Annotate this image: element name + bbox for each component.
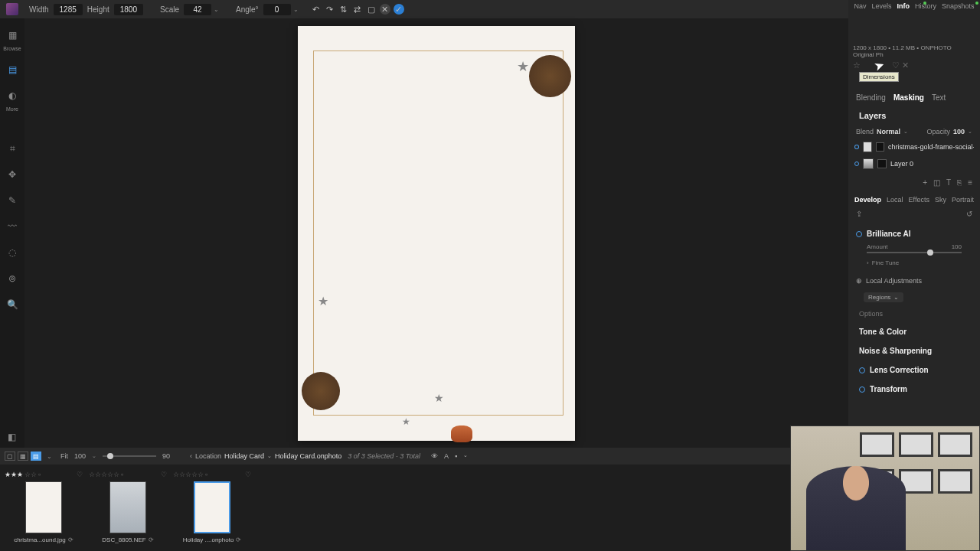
filmstrip-view-icon[interactable]: ▤	[31, 452, 41, 461]
star-rating-icon[interactable]: ☆	[853, 60, 861, 70]
zoom-value[interactable]: 100	[74, 452, 86, 460]
label-box-icon[interactable]: ▫	[121, 471, 123, 478]
scale-dropdown[interactable]: 42 ⌄	[184, 4, 219, 15]
clone-tool-icon[interactable]: ◌	[5, 245, 20, 260]
merge-layer-icon[interactable]: ◫	[933, 178, 940, 187]
width-input[interactable]: 1285	[54, 4, 83, 15]
filmstrip-item[interactable]: ☆☆☆☆☆ ▫ ♡ Holiday ....onphoto⟳	[172, 469, 253, 546]
sync-icon[interactable]: ⟳	[149, 536, 154, 543]
toggle-ring-icon[interactable]	[859, 386, 865, 393]
filmstrip-item[interactable]: ★★★☆☆ ▫ ♡ christma...ound.jpg⟳	[3, 469, 84, 546]
section-noise-sharpening[interactable]: Noise & Sharpening	[848, 341, 980, 360]
section-transform[interactable]: Transform	[848, 380, 980, 399]
add-icon[interactable]: ⊕	[856, 277, 862, 285]
fit-canvas-icon[interactable]: ▢	[366, 4, 377, 15]
layer-visibility-icon[interactable]	[854, 145, 859, 149]
fit-button[interactable]: Fit	[60, 452, 68, 460]
tab-effects[interactable]: Effects	[909, 196, 929, 204]
heart-icon[interactable]: ♡	[245, 471, 251, 478]
layers-tool-icon[interactable]: ▤	[5, 62, 20, 77]
preset-export-icon[interactable]: ⇪	[856, 210, 862, 218]
pen-tool-icon[interactable]: 〰	[5, 219, 20, 234]
layer-mask-icon[interactable]	[877, 159, 887, 168]
zoom-tool-icon[interactable]: 🔍	[5, 297, 20, 312]
section-tone-color[interactable]: Tone & Color	[848, 322, 980, 341]
color-palette-icon[interactable]: ◧	[5, 430, 18, 444]
rotate-right-icon[interactable]: ↷	[325, 4, 335, 15]
layer-row[interactable]: christmas-gold-frame-social-me	[848, 139, 980, 155]
chevron-down-icon[interactable]: ⌄	[44, 452, 54, 461]
location-folder[interactable]: Holiday Card	[224, 452, 264, 460]
toggle-ring-icon[interactable]	[859, 367, 865, 373]
star-icon[interactable]: ☆☆	[24, 471, 37, 478]
duplicate-layer-icon[interactable]: ⎘	[957, 178, 962, 187]
layer-row[interactable]: Layer 0	[848, 155, 980, 172]
thumbnail[interactable]	[109, 481, 146, 533]
tab-text[interactable]: Text	[932, 93, 946, 102]
regions-dropdown[interactable]: Regions ⌄	[864, 292, 903, 302]
canvas-area[interactable]: ★ ★ ★ ★	[24, 18, 848, 448]
tab-blending[interactable]: Blending	[856, 93, 886, 102]
edit-tool-icon[interactable]: ◐	[5, 88, 20, 103]
more-layer-icon[interactable]: ≡	[968, 178, 972, 187]
height-input[interactable]: 1800	[114, 4, 143, 15]
crop-tool-icon[interactable]: ⌗	[5, 141, 20, 156]
tab-develop[interactable]: Develop	[854, 196, 881, 204]
star-icon[interactable]: ☆☆☆☆☆	[173, 471, 204, 478]
angle-dropdown[interactable]: 0 ⌄	[263, 4, 299, 15]
flip-vertical-icon[interactable]: ⇅	[338, 4, 349, 15]
thumbnail[interactable]	[194, 481, 230, 533]
filmstrasync-item[interactable]: ☆☆☆☆☆ ▫ ♡ DSC_8805.NEF⟳	[87, 469, 168, 546]
sync-icon[interactable]: ⟳	[68, 536, 74, 543]
tab-levels[interactable]: Levels	[871, 2, 891, 10]
tab-nav[interactable]: Nav	[854, 2, 866, 10]
chevron-down-icon[interactable]: ⌄	[267, 453, 272, 459]
label-box-icon[interactable]: ▫	[205, 471, 207, 478]
star-icon[interactable]: ★★★	[5, 471, 23, 478]
adjust-tool-icon[interactable]: ⊚	[5, 271, 20, 286]
tab-snapshots[interactable]: Snapshots	[942, 2, 975, 10]
finetune-toggle[interactable]: › Fine Tune	[856, 258, 972, 268]
layer-visibility-icon[interactable]	[854, 161, 859, 166]
heart-icon[interactable]: ♡	[77, 471, 83, 478]
cancel-button[interactable]: ✕	[380, 4, 390, 15]
tab-masking[interactable]: Masking	[893, 93, 924, 102]
tab-info[interactable]: Info	[897, 2, 910, 10]
text-layer-icon[interactable]: T	[946, 178, 951, 187]
browse-tool-icon[interactable]: ▦	[5, 28, 20, 43]
opacity-value[interactable]: 100	[953, 128, 965, 135]
grid-view-icon[interactable]: ▦	[18, 452, 28, 461]
layer-mask-icon[interactable]	[876, 142, 884, 152]
chevron-left-icon[interactable]: ‹	[190, 452, 192, 460]
sync-icon[interactable]: ⟳	[236, 536, 241, 543]
brilliance-header[interactable]: Brilliance AI	[856, 226, 972, 242]
location-file[interactable]: Holiday Card.onphoto	[275, 452, 341, 460]
rotate-left-icon[interactable]: ↶	[311, 4, 322, 15]
tab-local[interactable]: Local	[887, 196, 903, 204]
blend-mode-dropdown[interactable]: Normal	[877, 128, 900, 135]
reset-icon[interactable]: ↺	[966, 210, 972, 218]
tab-sky[interactable]: Sky	[935, 196, 946, 204]
preview-icon[interactable]: 👁	[431, 452, 438, 460]
reject-icon[interactable]: ✕	[902, 60, 909, 70]
thumbnail[interactable]	[25, 481, 62, 533]
flip-horizontal-icon[interactable]: ⇄	[352, 4, 363, 15]
single-view-icon[interactable]: ▢	[5, 452, 15, 461]
softproof-icon[interactable]: ▪	[455, 452, 457, 460]
zoom-slider[interactable]	[103, 455, 156, 457]
amount-slider[interactable]	[867, 252, 962, 253]
move-tool-icon[interactable]: ✥	[5, 167, 20, 182]
heart-icon[interactable]: ♡	[161, 471, 167, 478]
options-label[interactable]: Options	[848, 305, 980, 322]
local-adjustments-header[interactable]: ⊕ Local Adjustments	[848, 272, 980, 289]
tab-portrait[interactable]: Portrait	[952, 196, 974, 204]
favorite-icon[interactable]: ♡	[892, 60, 900, 70]
section-lens-correction[interactable]: Lens Correction	[848, 360, 980, 380]
label-box-icon[interactable]: ▫	[38, 471, 41, 478]
add-layer-icon[interactable]: +	[923, 178, 927, 187]
star-icon[interactable]: ☆☆☆☆☆	[89, 471, 119, 478]
toggle-ring-icon[interactable]	[856, 231, 862, 237]
apply-button[interactable]: ✓	[394, 4, 404, 15]
brush-tool-icon[interactable]: ✎	[5, 193, 20, 208]
compare-icon[interactable]: A	[444, 452, 449, 460]
